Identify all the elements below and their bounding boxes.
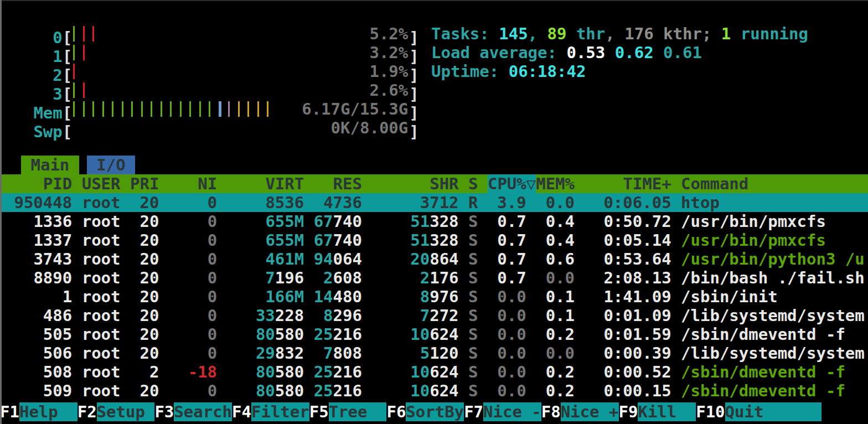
process-row[interactable]: 486root2003322882967272S0.0 0.10:01.09/l…: [0, 306, 868, 325]
meter-tick: [161, 101, 162, 117]
fnkey-item-f7[interactable]: F7Nice -: [464, 402, 541, 421]
cell-cmd: /sbin/dmeventd -f: [681, 363, 868, 381]
cell-res: 14480: [304, 287, 362, 306]
cell-pid: 950448: [4, 193, 72, 212]
column-gap: [72, 193, 81, 212]
process-row[interactable]: 1root200166M144808976S0.0 0.11:41.09/sbi…: [0, 287, 868, 306]
process-row[interactable]: 506root2002983278085120S0.0 0.00:00.39/l…: [0, 344, 868, 363]
cell-cmd: /lib/systemd/system: [681, 306, 868, 325]
column-gap: [459, 231, 468, 250]
meter-tick: [83, 45, 85, 60]
process-row[interactable]: 509root200805802521610624S0.0 0.20:00.15…: [0, 381, 868, 400]
column-header-ni[interactable]: NI: [169, 174, 217, 193]
column-header-pri[interactable]: PRI: [130, 174, 159, 193]
meter-tick: [151, 101, 152, 117]
cell-user: root: [82, 381, 130, 400]
cell-time: 0:53.64: [584, 250, 671, 268]
cell-cmd: /usr/bin/pmxcfs: [681, 231, 868, 250]
process-row[interactable]: 508root2-18805802521610624S0.0 0.20:00.5…: [0, 363, 868, 381]
cell-cpu: 0.0: [488, 363, 526, 381]
fnkey-label: Tree: [329, 402, 387, 421]
column-gap: [671, 344, 681, 363]
cell-virt: 655M: [217, 212, 304, 231]
tab-main[interactable]: Main: [21, 156, 79, 174]
fnkey-item-f4[interactable]: F4Filter: [232, 402, 309, 421]
column-gap: [459, 212, 468, 231]
summary-text: thr: [566, 24, 605, 43]
fnkey-item-f5[interactable]: F5Tree: [309, 402, 387, 421]
column-header-virt[interactable]: VIRT: [217, 174, 304, 193]
column-gap: [575, 212, 584, 231]
fnkey-item-f9[interactable]: F9Kill: [619, 402, 696, 421]
mem-value-thousands: 51: [410, 231, 430, 250]
meter-tick: [219, 101, 221, 117]
cell-pid: 1: [4, 287, 72, 306]
column-header-time[interactable]: TIME+: [584, 174, 671, 193]
summary-text: Load average:: [431, 43, 566, 62]
cell-pri: 20: [130, 381, 159, 400]
cell-res: 67740: [304, 212, 362, 231]
column-header-mem[interactable]: MEM%: [536, 174, 575, 193]
process-row[interactable]: 3743root200461M9406420864S0.7 0.60:53.64…: [0, 250, 868, 268]
column-header-s[interactable]: S: [468, 174, 478, 193]
mem-value-thousands: 7: [265, 268, 275, 287]
cell-cmd: /usr/bin/python3 /u: [681, 250, 868, 268]
summary-text: Uptime:: [431, 62, 509, 81]
column-header-user[interactable]: USER: [82, 174, 130, 193]
cell-mem: 0.4: [536, 231, 575, 250]
screen-tabs: Main I/O: [0, 156, 135, 174]
mem-value-rest: 216: [333, 381, 362, 400]
column-gap: [671, 306, 681, 325]
meter-label: Swp: [4, 122, 63, 141]
cell-virt: 461M: [217, 250, 304, 268]
cell-pid: 8890: [4, 268, 72, 287]
column-gap: [671, 381, 681, 400]
meter-tick: [73, 82, 75, 98]
column-gap: [72, 212, 81, 231]
mem-value-thousands: 25: [314, 363, 333, 381]
cell-cpu: 0.0: [488, 306, 526, 325]
fnkey-item-f3[interactable]: F3Search: [154, 402, 232, 421]
cell-user: root: [82, 363, 130, 381]
meter-tick: [247, 101, 249, 117]
column-gap: [459, 306, 468, 325]
cell-shr: 5120: [362, 344, 459, 363]
column-header-cmd[interactable]: Command: [681, 174, 868, 193]
mem-value-m: 655M: [265, 231, 304, 250]
mem-value-thousands: 7: [420, 306, 430, 325]
cell-time: 0:00.15: [584, 381, 671, 400]
fnkey-item-f8[interactable]: F8Nice +: [541, 402, 619, 421]
cell-s: S: [468, 268, 478, 287]
meter-tick: [131, 101, 133, 117]
process-row[interactable]: 8890root200719626082176S0.7 0.02:08.13/b…: [0, 268, 868, 287]
mem-value-rest: 608: [333, 268, 362, 287]
process-row[interactable]: 950448root200853647363712R3.9 0.00:06.05…: [0, 193, 868, 212]
fnkey-item-f10[interactable]: F10Quit: [696, 402, 822, 421]
mem-value-rest: 832: [275, 344, 304, 363]
fnkey-item-f2[interactable]: F2Setup: [78, 402, 155, 421]
process-row[interactable]: 1336root200655M6774051328S0.7 0.40:50.72…: [0, 212, 868, 231]
mem-value-thousands: 80: [256, 381, 275, 400]
column-gap: [575, 344, 584, 363]
fnkey-label: Nice -: [483, 402, 541, 421]
mem-value-rest: 216: [333, 325, 362, 344]
column-header-pid[interactable]: PID: [4, 174, 72, 193]
process-row[interactable]: 505root200805802521610624S0.0 0.20:01.59…: [0, 325, 868, 344]
mem-value-rest: 624: [430, 363, 458, 381]
fnkey-label: SortBy: [406, 402, 464, 421]
cell-shr: 10624: [362, 325, 459, 344]
cell-ni: -18: [169, 363, 217, 381]
fnkey-item-f1[interactable]: F1Help: [0, 402, 78, 421]
tab-io[interactable]: I/O: [87, 156, 135, 174]
cell-pid: 1337: [4, 231, 72, 250]
column-header-shr[interactable]: SHR: [362, 174, 459, 193]
cell-user: root: [82, 231, 130, 250]
column-header-cpu[interactable]: CPU%: [488, 174, 526, 193]
fnkey-item-f6[interactable]: F6SortBy: [386, 402, 464, 421]
cell-s: S: [468, 344, 478, 363]
summary-text: ;: [702, 24, 721, 43]
mem-value-rest: 624: [430, 325, 458, 344]
meter-open-bracket: [: [63, 122, 72, 141]
process-row[interactable]: 1337root200655M6774051328S0.7 0.40:05.14…: [0, 231, 868, 250]
column-header-res[interactable]: RES: [304, 174, 362, 193]
